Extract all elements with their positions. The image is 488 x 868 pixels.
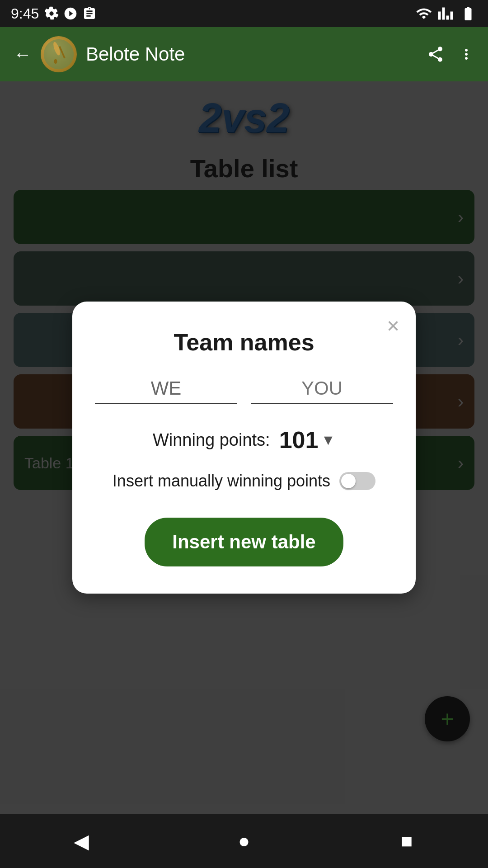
modal-overlay: × Team names Winning points: 101 ▼ bbox=[0, 81, 488, 814]
app-logo-avatar bbox=[41, 36, 77, 72]
manual-toggle-row: Insert manually winning points bbox=[95, 472, 393, 491]
winning-label: Winning points: bbox=[153, 430, 270, 450]
status-bar: 9:45 bbox=[0, 0, 488, 27]
nav-recents-button[interactable]: ■ bbox=[389, 823, 425, 859]
manual-label: Insert manually winning points bbox=[113, 472, 330, 491]
dialog-title: Team names bbox=[95, 329, 393, 356]
main-content-bg: 2vs2 Table list › › › › Table 1 ★ Today … bbox=[0, 81, 488, 814]
team2-input-wrapper bbox=[251, 374, 393, 404]
back-button[interactable]: ← bbox=[14, 44, 32, 65]
bottom-navigation: ◀ ● ■ bbox=[0, 814, 488, 868]
clipboard-icon bbox=[82, 6, 97, 21]
svg-point-2 bbox=[54, 59, 57, 64]
status-time: 9:45 bbox=[11, 5, 39, 22]
insert-new-table-button[interactable]: Insert new table bbox=[145, 518, 343, 566]
team2-input[interactable] bbox=[251, 374, 393, 404]
nav-back-icon: ◀ bbox=[74, 830, 89, 853]
header-actions bbox=[427, 45, 474, 63]
team-inputs-row bbox=[95, 374, 393, 404]
signal-icon bbox=[437, 5, 454, 22]
dropdown-arrow-icon: ▼ bbox=[321, 432, 335, 448]
winning-value: 101 bbox=[279, 426, 319, 453]
more-icon[interactable] bbox=[458, 45, 474, 63]
settings-icon bbox=[44, 6, 59, 21]
dialog-close-button[interactable]: × bbox=[387, 315, 399, 337]
winning-points-row: Winning points: 101 ▼ bbox=[95, 426, 393, 453]
nav-recents-icon: ■ bbox=[401, 830, 413, 852]
app-title: Belote Note bbox=[86, 43, 418, 65]
status-bar-left: 9:45 bbox=[11, 5, 97, 22]
nav-home-icon: ● bbox=[238, 830, 250, 852]
team1-input-wrapper bbox=[95, 374, 237, 404]
nav-home-button[interactable]: ● bbox=[226, 823, 262, 859]
manual-toggle[interactable] bbox=[339, 472, 375, 490]
team1-input[interactable] bbox=[95, 374, 237, 404]
play-icon bbox=[63, 6, 78, 21]
toggle-thumb bbox=[341, 474, 356, 488]
team-names-dialog: × Team names Winning points: 101 ▼ bbox=[72, 302, 416, 594]
nav-back-button[interactable]: ◀ bbox=[63, 823, 99, 859]
wifi-icon bbox=[416, 5, 432, 22]
status-icons bbox=[44, 6, 97, 21]
share-icon[interactable] bbox=[427, 45, 445, 63]
battery-icon bbox=[459, 5, 477, 22]
app-header: ← Belote Note bbox=[0, 27, 488, 81]
winning-points-dropdown[interactable]: 101 ▼ bbox=[279, 426, 335, 453]
status-bar-right bbox=[416, 5, 477, 22]
